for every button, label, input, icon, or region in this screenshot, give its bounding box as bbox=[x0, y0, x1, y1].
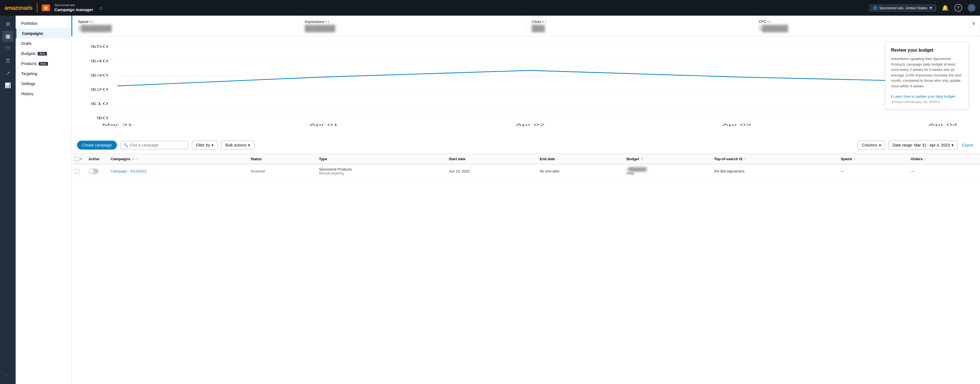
budget-review-panel: Review your budget Advertisers updating … bbox=[885, 42, 969, 109]
toolbar-right: Columns ▾ Date range: Mar 31 - Apr 4, 20… bbox=[858, 141, 974, 150]
products-label: Products bbox=[21, 61, 37, 66]
campaign-name-link[interactable]: Campaign - 6/13/2022 bbox=[111, 169, 147, 173]
nav-product-icon: ▦ bbox=[44, 6, 48, 10]
sidebar-item-settings[interactable]: Settings bbox=[16, 79, 71, 89]
sidebar-icon-grid[interactable]: ⊞ bbox=[2, 18, 13, 30]
row-spend-cell: — bbox=[837, 164, 907, 178]
sidebar-item-targeting[interactable]: Targeting bbox=[16, 69, 71, 79]
bulk-actions-button[interactable]: Bulk actions ▾ bbox=[221, 141, 254, 150]
th-end-date: End date bbox=[536, 154, 623, 164]
end-date-header-label: End date bbox=[540, 157, 555, 161]
campaign-spend: — bbox=[841, 169, 845, 173]
sidebar-icon-campaigns[interactable]: ▦ bbox=[2, 31, 13, 42]
columns-button[interactable]: Columns ▾ bbox=[858, 141, 885, 150]
info-circle-icon: ℹ bbox=[891, 94, 892, 99]
budgets-beta-badge: Beta bbox=[38, 52, 47, 56]
date-range-label: Date range: Mar 31 - Apr 4, 2023 bbox=[892, 143, 950, 147]
logo-area: amazonads bbox=[5, 5, 32, 11]
orders-header-info-icon[interactable]: ℹ bbox=[925, 157, 926, 161]
home-icon[interactable]: ⌂ bbox=[99, 5, 102, 11]
top-search-header-label: Top-of-search IS bbox=[714, 157, 743, 161]
cpc-value: $██████ bbox=[759, 25, 974, 32]
portfolios-label: Portfolios bbox=[21, 21, 37, 25]
account-selector[interactable]: 🌐 Sponsored ads, United States ▼ bbox=[869, 5, 936, 11]
sidebar-item-portfolios[interactable]: Portfolios bbox=[16, 18, 71, 29]
budget-header-label: Budget bbox=[627, 157, 639, 161]
campaign-start-date: Jun 13, 2022 bbox=[449, 169, 469, 173]
table-row: Campaign - 6/13/2022 Archived Sponsored … bbox=[72, 164, 980, 178]
export-button[interactable]: Export bbox=[961, 141, 974, 149]
sidebar-icon-list[interactable]: ☰ bbox=[2, 55, 13, 67]
svg-text:Apr 01: Apr 01 bbox=[309, 123, 338, 126]
th-start-date: Start date bbox=[445, 154, 536, 164]
header-checkbox[interactable] bbox=[75, 156, 79, 161]
user-avatar[interactable]: 👤 bbox=[968, 4, 975, 12]
campaigns-header-info-icon[interactable]: ℹ bbox=[132, 157, 134, 161]
checkbox-dropdown-icon[interactable]: ▾ bbox=[80, 158, 82, 161]
sidebar-icon-shield[interactable]: 🛡 bbox=[2, 43, 13, 54]
amazon-ads-logo: amazonads bbox=[5, 5, 32, 11]
sidebar-item-campaigns[interactable]: Campaigns bbox=[16, 29, 71, 38]
row-type-cell: Sponsored Products Manual targeting bbox=[316, 164, 445, 178]
notification-bell-icon[interactable]: 🔔 bbox=[942, 5, 949, 11]
create-campaign-button[interactable]: Create campaign bbox=[77, 141, 117, 150]
sidebar-icon-barchart[interactable]: 📊 bbox=[2, 80, 13, 91]
cpc-dropdown-icon[interactable]: ▾ bbox=[767, 20, 769, 23]
help-icon[interactable]: ? bbox=[955, 4, 962, 12]
nav-panel: Portfolios Campaigns Drafts Budgets Beta… bbox=[16, 16, 72, 384]
metrics-expand-icon[interactable]: ∨ bbox=[972, 20, 975, 26]
search-icon: 🔍 bbox=[123, 143, 128, 147]
clicks-info-icon[interactable]: ℹ bbox=[545, 20, 546, 24]
th-spend: Spend ℹ bbox=[837, 154, 907, 164]
th-budget: Budget ℹ bbox=[623, 154, 711, 164]
table-header-row: ▾ Active Campaigns ℹ ↑ Status bbox=[72, 154, 980, 164]
sidebar-icon-trending[interactable]: ↗ bbox=[2, 67, 13, 79]
date-range-button[interactable]: Date range: Mar 31 - Apr 4, 2023 ▾ bbox=[888, 141, 958, 150]
budgets-label: Budgets bbox=[21, 51, 35, 56]
campaign-toggle[interactable] bbox=[89, 169, 99, 174]
row-checkbox[interactable] bbox=[75, 169, 79, 174]
filter-by-button[interactable]: Filter by ▾ bbox=[192, 141, 218, 150]
spend-info-icon[interactable]: ℹ bbox=[92, 20, 94, 24]
filter-dropdown-icon: ▾ bbox=[212, 143, 213, 147]
top-navigation: amazonads ▦ Sponsored ads Campaign manag… bbox=[0, 0, 980, 16]
nav-subtitle: Sponsored ads bbox=[54, 3, 93, 7]
top-search-header-info-icon[interactable]: ℹ bbox=[745, 157, 746, 161]
sidebar-item-history[interactable]: History bbox=[16, 89, 71, 99]
spend-dropdown-icon[interactable]: ▾ bbox=[89, 20, 91, 23]
app-layout: ⊞ ▦ 🛡 ☰ ↗ 📊 ⋯ Portfolios Campaigns Draft… bbox=[0, 16, 980, 384]
sidebar-item-drafts[interactable]: Drafts bbox=[16, 38, 71, 49]
sidebar-item-products[interactable]: Products Beta bbox=[16, 59, 71, 69]
sidebar-item-budgets[interactable]: Budgets Beta bbox=[16, 49, 71, 59]
campaign-table: ▾ Active Campaigns ℹ ↑ Status bbox=[72, 154, 980, 178]
impressions-dropdown-icon[interactable]: ▾ bbox=[325, 20, 327, 23]
svg-text:$20: $20 bbox=[91, 88, 108, 91]
row-campaign-cell: Campaign - 6/13/2022 bbox=[107, 164, 247, 178]
budget-header-info-icon[interactable]: ℹ bbox=[641, 157, 643, 161]
campaigns-sort-icon[interactable]: ↑ bbox=[136, 158, 138, 161]
sidebar-icon-apps[interactable]: ⋯ bbox=[2, 370, 13, 381]
cpc-info-icon[interactable]: ℹ bbox=[770, 20, 771, 24]
impressions-label: Impressions ▾ ℹ bbox=[305, 19, 520, 24]
campaigns-label: Campaigns bbox=[22, 31, 43, 36]
orders-header-label: Orders bbox=[911, 157, 923, 161]
search-input[interactable] bbox=[130, 143, 186, 147]
metric-cpc: CPC ▾ ℹ $██████ bbox=[753, 16, 980, 36]
metric-clicks: Clicks ▾ ℹ ███ bbox=[526, 16, 753, 36]
budget-panel-title: Review your budget bbox=[891, 48, 963, 53]
status-header-label: Status bbox=[251, 157, 262, 161]
svg-text:Apr 03: Apr 03 bbox=[722, 123, 751, 126]
cpc-label: CPC ▾ ℹ bbox=[759, 19, 974, 24]
clicks-dropdown-icon[interactable]: ▾ bbox=[542, 20, 544, 23]
type-header-label: Type bbox=[319, 157, 327, 161]
date-range-dropdown-icon: ▾ bbox=[951, 143, 953, 147]
main-content: Spend ▾ ℹ $███████ Impressions ▾ ℹ █████… bbox=[72, 16, 980, 384]
campaign-status: Archived bbox=[251, 169, 265, 173]
spend-header-info-icon[interactable]: ℹ bbox=[854, 157, 855, 161]
bulk-actions-dropdown-icon: ▾ bbox=[248, 143, 250, 147]
campaign-orders: — bbox=[911, 169, 915, 173]
budget-learn-more-link[interactable]: ℹ Learn how to update your daily budget bbox=[891, 94, 963, 99]
targeting-label: Targeting bbox=[21, 72, 37, 76]
chart-container: $50 $40 $30 $20 $10 $0 Mar 31 bbox=[77, 42, 974, 131]
impressions-info-icon[interactable]: ℹ bbox=[328, 20, 329, 24]
